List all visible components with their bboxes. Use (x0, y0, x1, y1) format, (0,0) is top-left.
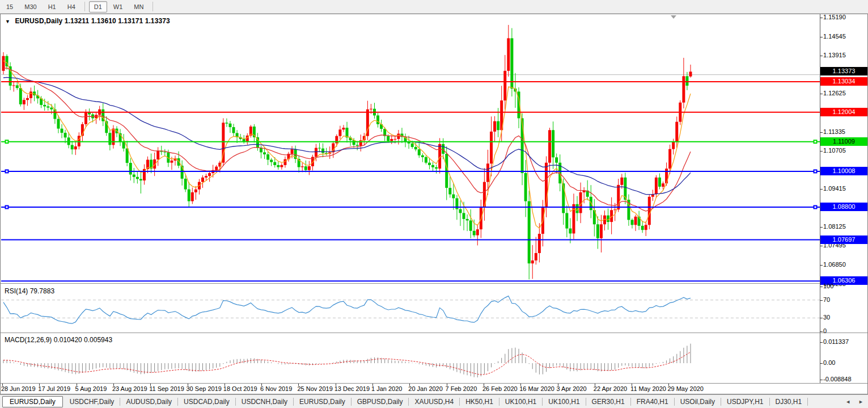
trading-app: { "toolbar": { "timeframes": [ {"label":… (0, 0, 868, 408)
price-axis-tick (820, 18, 823, 18)
chart-tab-usdchf-daily[interactable]: USDCHF,Daily (64, 396, 120, 407)
price-axis-tick (820, 94, 823, 94)
x-axis-label: 11 May 2020 (630, 385, 666, 392)
timeframe-button-h4[interactable]: H4 (62, 1, 81, 12)
pane-splitter-macd[interactable] (1, 333, 867, 333)
macd-axis-tick (820, 380, 823, 380)
toolbar-separator (84, 2, 85, 11)
x-axis-label: 5 Aug 2019 (75, 385, 107, 392)
x-axis-label: 25 Nov 2019 (297, 385, 332, 392)
moving-average-fast (3, 61, 691, 228)
y-axis-label: 1.11335 (823, 128, 845, 135)
timeframe-button-d1[interactable]: D1 (89, 1, 107, 12)
rsi-line (3, 296, 691, 324)
x-axis-label: 26 Feb 2020 (482, 385, 518, 392)
rsi-label: RSI(14) 79.7883 (5, 287, 54, 295)
macd-label: MACD(12,26,9) 0.010420 0.005943 (5, 336, 112, 344)
price-line-label[interactable]: 1.10008 (820, 167, 867, 175)
chart-tab-usdcad-daily[interactable]: USDCAD,Daily (178, 396, 235, 407)
chart-title: ▼ EURUSD,Daily 1.13211 1.13610 1.13171 1… (5, 17, 170, 25)
chart-tab-dj30-h1[interactable]: DJ30,H1 (770, 396, 808, 407)
chart-tab-xauusd-h4[interactable]: XAUUSD,H4 (409, 396, 459, 407)
price-axis-tick (820, 132, 823, 133)
chart-tab-usdcnh-daily[interactable]: USDCNH,Daily (236, 396, 293, 407)
rsi-pane[interactable] (0, 285, 820, 332)
macd-axis-label: 0.00 (823, 359, 835, 366)
x-axis-label: 3 Apr 2020 (557, 385, 587, 392)
x-axis-label: 11 Sep 2019 (149, 385, 184, 392)
chart-tab-fra40-h1[interactable]: FRA40,H1 (631, 396, 674, 407)
x-axis-label: 23 Aug 2019 (112, 385, 147, 392)
chart-ohlc-values: 1.13211 1.13610 1.13171 1.13373 (65, 17, 170, 25)
macd-axis-tick (820, 363, 823, 364)
x-axis-label: 28 Jun 2019 (1, 385, 36, 392)
toolbar-separator (153, 2, 153, 11)
rsi-axis-tick (820, 300, 823, 301)
y-axis-label: 1.13915 (823, 52, 846, 58)
y-axis-label: 1.09415 (823, 185, 846, 192)
price-axis-tick (820, 151, 823, 152)
chart-tab-uk100-h1[interactable]: UK100,H1 (499, 396, 542, 407)
timeframe-button-15[interactable]: 15 (1, 1, 18, 12)
chart-tab-usdjpy-h1[interactable]: USDJPY,H1 (721, 396, 769, 407)
price-axis-tick (820, 227, 823, 228)
x-axis-label: 13 Dec 2019 (335, 385, 370, 392)
x-axis-label: 1 Jan 2020 (371, 385, 402, 392)
price-axis-tick (820, 246, 823, 246)
x-axis-label: 17 Jul 2019 (38, 385, 70, 392)
chart-tab-ger30-h1[interactable]: GER30,H1 (586, 396, 630, 407)
rsi-axis-label: 100 (823, 283, 833, 289)
chart-shift-marker-icon[interactable] (671, 15, 676, 19)
rsi-axis-label: 70 (823, 296, 830, 303)
price-line-label[interactable]: 1.13034 (820, 77, 867, 86)
rsi-axis-tick (820, 331, 823, 332)
tabs-scroll-right-icon[interactable]: ► (858, 399, 863, 405)
chart-collapse-icon[interactable]: ▼ (5, 19, 10, 24)
price-axis-tick (820, 265, 823, 266)
x-axis-label: 30 Sep 2019 (187, 385, 222, 392)
timeframe-button-w1[interactable]: W1 (108, 1, 128, 12)
y-axis-label: 1.06850 (823, 261, 846, 268)
chart-tab-eurusd-daily[interactable]: EURUSD,Daily (294, 396, 351, 407)
chart-tab-usoil-daily[interactable]: USOil,Daily (675, 396, 721, 407)
main-chart-pane[interactable] (0, 14, 820, 283)
chart-tab-eurusd-daily[interactable]: EURUSD,Daily (2, 396, 63, 407)
macd-axis-label: -0.008848 (823, 376, 852, 382)
chart-tab-uk100-h1[interactable]: UK100,H1 (543, 396, 585, 407)
timeframe-button-h1[interactable]: H1 (43, 1, 61, 12)
x-axis-label: 6 Nov 2019 (260, 385, 292, 392)
price-line-label[interactable]: 1.07697 (820, 235, 867, 244)
chart-tab-audusd-daily[interactable]: AUDUSD,Daily (120, 396, 177, 407)
price-axis-tick (820, 56, 823, 56)
timeframe-button-mn[interactable]: MN (129, 1, 149, 12)
macd-axis-tick (820, 342, 823, 343)
y-axis-label: 1.15190 (823, 14, 846, 20)
x-axis-label: 16 Mar 2020 (519, 385, 554, 392)
chart-tab-bar: EURUSD,DailyUSDCHF,DailyAUDUSD,DailyUSDC… (0, 394, 868, 408)
tabs-scroll-left-icon[interactable]: ◄ (845, 399, 850, 405)
candles-layer (2, 25, 692, 279)
x-axis-label: 29 May 2020 (667, 385, 704, 392)
macd-pane[interactable] (0, 334, 820, 383)
macd-axis-label: 0.011337 (823, 338, 849, 345)
price-line-label[interactable]: 1.08800 (820, 203, 867, 211)
chart-symbol-period: EURUSD,Daily (15, 17, 62, 25)
y-axis-label: 1.12625 (823, 90, 846, 96)
time-axis-line (1, 383, 867, 384)
price-line-label[interactable]: 1.12004 (820, 108, 867, 116)
tab-separator (807, 398, 808, 406)
x-axis-label: 22 Apr 2020 (594, 385, 627, 392)
timeframe-toolbar: 15M30H1H4D1W1MN (0, 0, 868, 14)
rsi-axis-tick (820, 318, 823, 318)
pane-splitter-rsi[interactable] (1, 283, 867, 284)
price-line-label[interactable]: 1.11009 (820, 137, 867, 146)
macd-histogram (3, 344, 691, 378)
chart-tab-gbpusd-daily[interactable]: GBPUSD,Daily (352, 396, 409, 407)
rsi-axis-tick (820, 287, 823, 287)
chart-tab-hk50-h1[interactable]: HK50,H1 (460, 396, 499, 407)
rsi-axis-label: 0 (823, 327, 827, 334)
x-axis-label: 18 Oct 2019 (223, 385, 257, 392)
y-axis-label: 1.10705 (823, 147, 846, 154)
x-axis-label: 7 Feb 2020 (446, 385, 477, 392)
timeframe-button-m30[interactable]: M30 (19, 1, 41, 12)
